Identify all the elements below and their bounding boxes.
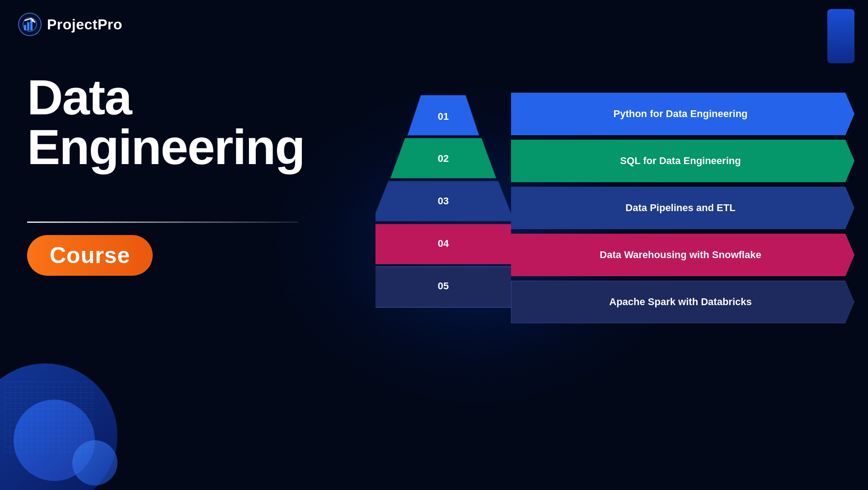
- item-label-3: Data Pipelines and ETL: [511, 187, 854, 229]
- logo-area: ProjectPro: [18, 13, 122, 36]
- top-right-decoration: [827, 9, 854, 63]
- item-label-1: Python for Data Engineering: [511, 93, 854, 135]
- brand-name: ProjectPro: [47, 16, 122, 33]
- pyramid-svg: 01 02 03 04 05: [375, 95, 511, 312]
- svg-point-3: [23, 18, 37, 31]
- labels-wrap: Python for Data Engineering SQL for Data…: [511, 90, 854, 323]
- list-item: Python for Data Engineering: [511, 93, 854, 135]
- svg-text:03: 03: [438, 195, 449, 207]
- title-line2: Engineering: [27, 122, 305, 172]
- course-badge-text: Course: [50, 243, 130, 268]
- item-label-4: Data Warehousing with Snowflake: [511, 234, 854, 276]
- list-item: Data Pipelines and ETL: [511, 187, 854, 229]
- content-right: 01 02 03 04 05 Python for Data Engineeri…: [375, 90, 854, 323]
- logo-svg: [22, 17, 38, 32]
- pyramid-wrap: 01 02 03 04 05: [375, 95, 511, 314]
- svg-text:02: 02: [438, 153, 449, 164]
- svg-rect-1: [27, 22, 29, 30]
- course-badge: Course: [27, 235, 153, 276]
- logo-icon: [18, 13, 42, 36]
- deco-lines: [5, 382, 95, 454]
- main-title: Data Engineering: [27, 72, 305, 172]
- title-line1: Data: [27, 72, 305, 122]
- list-item: Data Warehousing with Snowflake: [511, 234, 854, 276]
- svg-text:05: 05: [438, 280, 449, 292]
- svg-rect-4: [5, 382, 95, 454]
- list-item: SQL for Data Engineering: [511, 140, 854, 182]
- item-label-5: Apache Spark with Databricks: [511, 281, 854, 323]
- svg-text:01: 01: [438, 111, 449, 122]
- title-divider: [27, 221, 298, 223]
- bottom-decoration: [0, 354, 158, 490]
- svg-text:04: 04: [438, 238, 449, 249]
- item-label-2: SQL for Data Engineering: [511, 140, 854, 182]
- list-item: Apache Spark with Databricks: [511, 281, 854, 323]
